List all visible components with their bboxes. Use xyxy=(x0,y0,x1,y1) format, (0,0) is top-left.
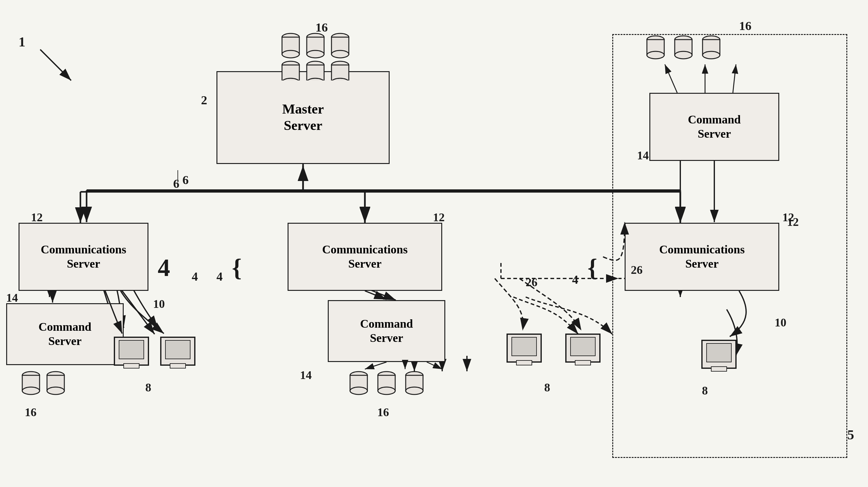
svg-rect-66 xyxy=(570,337,595,356)
svg-point-43 xyxy=(22,387,39,395)
label-16-right-top: 16 xyxy=(739,19,751,33)
svg-point-53 xyxy=(350,372,367,379)
svg-point-59 xyxy=(406,372,423,379)
cmd-server-right-box: Command Server xyxy=(649,93,779,161)
svg-rect-54 xyxy=(350,375,367,391)
cmd-server-left-label: Command Server xyxy=(38,320,91,348)
svg-rect-65 xyxy=(566,334,600,362)
label-12-center: 12 xyxy=(433,210,445,224)
svg-rect-50 xyxy=(161,337,195,365)
svg-rect-57 xyxy=(378,375,395,391)
svg-rect-49 xyxy=(124,364,139,368)
svg-point-35 xyxy=(307,61,324,69)
svg-rect-27 xyxy=(307,37,324,54)
master-server-label: Master Server xyxy=(282,101,324,134)
label-14-left: 14 xyxy=(6,291,18,305)
cmd-server-right-label: Command Server xyxy=(688,113,741,141)
label-4-left-num: 4 xyxy=(192,269,198,284)
svg-line-89 xyxy=(365,362,386,369)
svg-line-87 xyxy=(365,291,386,299)
label-4-center-num: 4 xyxy=(216,269,223,284)
label-10-left: 10 xyxy=(153,297,165,311)
label-4-left: 4 xyxy=(158,254,170,282)
svg-rect-63 xyxy=(512,337,536,356)
svg-rect-42 xyxy=(22,375,39,391)
comm-server-center-box: Communications Server xyxy=(287,223,442,291)
label-10-right: 10 xyxy=(775,316,786,329)
label-1: 1 xyxy=(19,34,25,50)
cmd-server-center-box: Command Server xyxy=(328,300,445,362)
svg-rect-60 xyxy=(406,375,423,391)
svg-point-29 xyxy=(332,33,349,41)
svg-rect-24 xyxy=(282,37,299,54)
svg-point-55 xyxy=(350,387,367,395)
label-4-right: { xyxy=(588,254,597,282)
comm-server-left-box: Communications Server xyxy=(19,223,148,291)
svg-point-31 xyxy=(332,51,349,58)
svg-rect-52 xyxy=(170,364,186,368)
svg-rect-30 xyxy=(332,37,349,54)
label-4-right-num: 4 xyxy=(572,272,578,287)
svg-point-61 xyxy=(406,387,423,395)
label-26-right: 26 xyxy=(631,263,643,277)
comm-server-center-label: Communications Server xyxy=(322,242,408,271)
svg-rect-67 xyxy=(575,361,591,365)
svg-point-28 xyxy=(307,51,324,58)
svg-rect-62 xyxy=(507,334,541,362)
comm-server-left-label: Communications Server xyxy=(41,242,126,271)
master-server-box: Master Server xyxy=(216,71,390,164)
svg-point-44 xyxy=(47,372,64,379)
label-6-text: 6 xyxy=(182,173,189,187)
diagram: 1 Master Server 16 2 Communications Se xyxy=(0,0,868,487)
label-8-right: 8 xyxy=(702,384,708,397)
svg-point-46 xyxy=(47,387,64,395)
label-5: 5 xyxy=(847,427,854,443)
label-12-right2: 12 xyxy=(787,215,799,229)
label-12-left: 12 xyxy=(31,210,43,224)
label-16-left: 16 xyxy=(25,405,36,419)
label-16-master: 16 xyxy=(315,20,328,35)
svg-point-58 xyxy=(378,387,395,395)
svg-rect-64 xyxy=(517,361,532,365)
svg-point-56 xyxy=(378,372,395,379)
cmd-server-left-box: Command Server xyxy=(6,303,124,365)
comm-server-right-box: Communications Server xyxy=(625,223,779,291)
label-4-center: { xyxy=(232,254,242,282)
svg-point-25 xyxy=(282,51,299,58)
svg-rect-45 xyxy=(47,375,64,391)
svg-point-23 xyxy=(282,33,299,41)
label-26-center: 26 xyxy=(526,275,537,289)
label-2: 2 xyxy=(201,93,207,107)
svg-point-41 xyxy=(22,372,39,379)
label-8-center: 8 xyxy=(544,380,550,394)
label-14-right: 14 xyxy=(637,148,649,162)
label-6: 6 xyxy=(173,176,179,191)
comm-server-right-label: Communications Server xyxy=(659,242,745,271)
cmd-server-center-label: Command Server xyxy=(360,317,413,345)
label-14-center: 14 xyxy=(300,368,312,382)
svg-point-38 xyxy=(332,61,349,69)
svg-line-22 xyxy=(40,50,71,81)
svg-rect-51 xyxy=(165,340,190,359)
svg-line-91 xyxy=(427,362,442,369)
label-16-center: 16 xyxy=(377,405,389,419)
label-8-left: 8 xyxy=(145,380,151,394)
svg-point-32 xyxy=(282,61,299,69)
